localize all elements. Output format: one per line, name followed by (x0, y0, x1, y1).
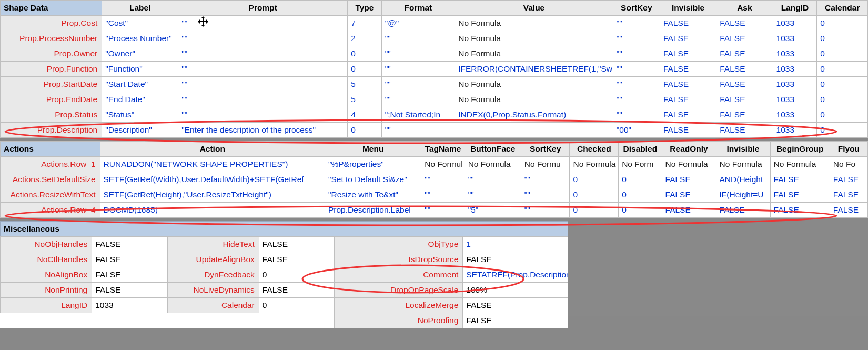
cell[interactable]: FALSE (716, 107, 773, 123)
cell[interactable]: 0 (817, 62, 868, 77)
cell[interactable]: "" (613, 92, 660, 107)
cell[interactable]: Actions.Row_4 (1, 203, 100, 218)
cell[interactable]: No Formul (421, 157, 465, 172)
col-disabled[interactable]: Disabled (619, 142, 662, 157)
misc-grid[interactable]: NoObjHandlesFALSENoCtlHandlesFALSENoAlig… (0, 236, 568, 328)
col-value[interactable]: Value (455, 1, 613, 16)
cell[interactable]: "" (381, 46, 455, 62)
cell[interactable]: "" (381, 92, 455, 107)
col-type[interactable]: Type (348, 1, 381, 16)
cell[interactable]: 0 (817, 46, 868, 62)
actions-row[interactable]: Actions.Row_4DOCMD(1685)Prop.Description… (1, 203, 868, 218)
col-tagname[interactable]: TagName (421, 142, 465, 157)
cell[interactable]: 5 (348, 77, 381, 92)
cell[interactable]: FALSE (830, 172, 867, 187)
cell[interactable]: "00" (613, 123, 660, 138)
cell[interactable]: "Function" (102, 62, 178, 77)
misc-row[interactable]: LocalizeMergeFALSE (335, 298, 568, 313)
cell[interactable]: FALSE (716, 77, 773, 92)
cell[interactable]: FALSE (716, 92, 773, 107)
cell[interactable]: 0 (348, 123, 381, 138)
cell[interactable]: 1033 (773, 92, 817, 107)
cell[interactable]: 0 (570, 203, 619, 218)
cell[interactable]: 1033 (773, 107, 817, 123)
misc-row[interactable]: DropOnPageScale100% (335, 283, 568, 298)
cell[interactable]: DOCMD(1685) (100, 203, 325, 218)
cell[interactable]: FALSE (662, 203, 716, 218)
cell[interactable]: "" (521, 203, 570, 218)
misc-row[interactable]: LangID1033 (1, 298, 167, 313)
col-label[interactable]: Label (102, 1, 178, 16)
cell[interactable]: 7 (348, 16, 381, 31)
misc-row[interactable]: HideTextFALSE (167, 237, 334, 252)
cell[interactable]: "5" (465, 203, 521, 218)
cell[interactable]: "Description" (102, 123, 178, 138)
cell[interactable]: "" (613, 31, 660, 46)
shape-data-row[interactable]: Prop.Status"Status"""4";Not Started;InIN… (1, 107, 868, 123)
cell[interactable]: 0 (619, 203, 662, 218)
cell[interactable]: "" (521, 172, 570, 187)
cell[interactable]: No Formula (455, 31, 613, 46)
cell[interactable]: "" (421, 187, 465, 203)
col-langid[interactable]: LangID (773, 1, 817, 16)
cell[interactable]: "" (613, 46, 660, 62)
cell[interactable]: No Formula (662, 157, 716, 172)
cell[interactable]: "Enter the description of the process" (178, 123, 348, 138)
misc-value[interactable]: FALSE (259, 252, 334, 267)
cell[interactable]: RUNADDON("NETWORK SHAPE PROPERTIES") (100, 157, 325, 172)
cell[interactable]: Prop.StartDate (1, 77, 102, 92)
cell[interactable]: INDEX(0,Prop.Status.Format) (455, 107, 613, 123)
actions-table[interactable]: Actions Action Menu TagName ButtonFace S… (0, 141, 868, 218)
cell[interactable]: 1033 (773, 31, 817, 46)
cell[interactable]: 0 (817, 123, 868, 138)
col-readonly[interactable]: ReadOnly (662, 142, 716, 157)
cell[interactable]: 0 (817, 16, 868, 31)
cell[interactable]: 0 (570, 187, 619, 203)
cell[interactable]: "" (613, 16, 660, 31)
cell[interactable]: FALSE (716, 123, 773, 138)
cell[interactable]: No Formula (465, 157, 521, 172)
misc-value[interactable]: 100% (463, 283, 568, 298)
misc-row[interactable]: NoAlignBoxFALSE (1, 267, 167, 283)
cell[interactable]: 4 (348, 107, 381, 123)
cell[interactable]: AND(Height (716, 172, 770, 187)
cell[interactable]: "" (178, 46, 348, 62)
cell[interactable]: "" (178, 16, 348, 31)
cell[interactable]: FALSE (660, 31, 716, 46)
cell[interactable]: FALSE (716, 46, 773, 62)
cell[interactable]: Prop.Description.Label (325, 203, 421, 218)
cell[interactable]: SETF(GetRef(Height),"User.ResizeTxtHeigh… (100, 187, 325, 203)
cell[interactable]: 0 (817, 107, 868, 123)
col-invisible2[interactable]: Invisible (716, 142, 770, 157)
col-invisible[interactable]: Invisible (660, 1, 716, 16)
cell[interactable]: FALSE (660, 123, 716, 138)
misc-row[interactable]: NoObjHandlesFALSE (1, 237, 167, 252)
cell[interactable]: Prop.Description (1, 123, 102, 138)
cell[interactable]: FALSE (770, 187, 830, 203)
cell[interactable]: "" (178, 62, 348, 77)
misc-row[interactable]: ObjType1 (335, 237, 568, 252)
misc-value[interactable]: 1 (463, 237, 568, 252)
shape-data-row[interactable]: Prop.Description"Description""Enter the … (1, 123, 868, 138)
cell[interactable]: No Formula (455, 16, 613, 31)
cell[interactable]: No Formula (716, 157, 770, 172)
misc-value[interactable]: FALSE (92, 237, 167, 252)
cell[interactable]: Prop.EndDate (1, 92, 102, 107)
shape-data-row[interactable]: Prop.Owner"Owner"""0""No Formula""FALSEF… (1, 46, 868, 62)
cell[interactable]: 0 (817, 77, 868, 92)
col-ask[interactable]: Ask (716, 1, 773, 16)
misc-value[interactable]: FALSE (259, 237, 334, 252)
cell[interactable]: FALSE (660, 107, 716, 123)
misc-row[interactable]: CommentSETATREF(Prop.Description) (335, 267, 568, 283)
cell[interactable]: "Cost" (102, 16, 178, 31)
cell[interactable]: 0 (619, 187, 662, 203)
cell[interactable]: "" (178, 31, 348, 46)
cell[interactable]: ";Not Started;In (381, 107, 455, 123)
misc-row[interactable]: NonPrintingFALSE (1, 283, 167, 298)
cell[interactable]: FALSE (716, 16, 773, 31)
actions-row[interactable]: Actions.ResizeWithTextSETF(GetRef(Height… (1, 187, 868, 203)
cell[interactable]: FALSE (662, 172, 716, 187)
misc-row[interactable]: Calendar0 (167, 298, 334, 313)
cell[interactable]: FALSE (660, 16, 716, 31)
misc-row[interactable]: UpdateAlignBoxFALSE (167, 252, 334, 267)
